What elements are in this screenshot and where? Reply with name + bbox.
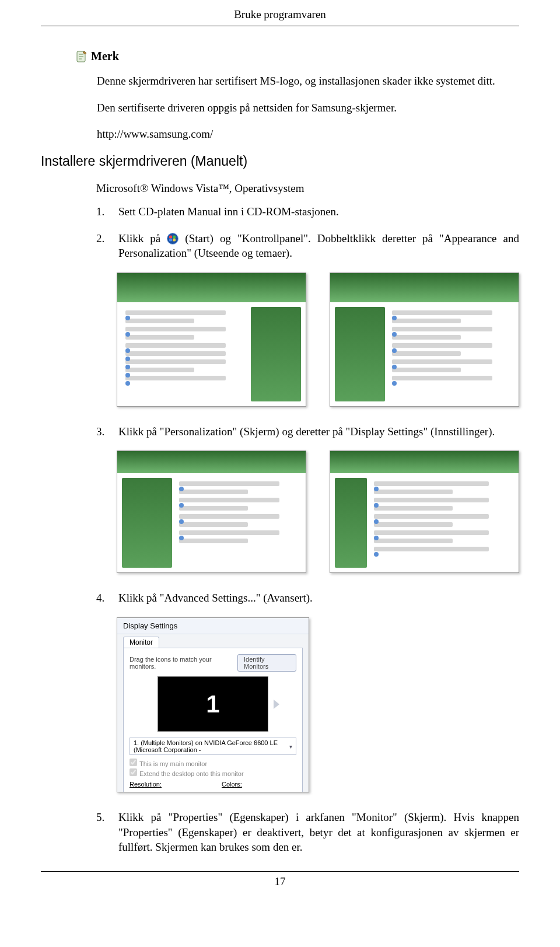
screenshot-appearance-personalization [117, 450, 306, 573]
screenshot-row-2 [117, 450, 519, 573]
note-p1: Denne skjermdriveren har sertifisert MS-… [97, 74, 519, 89]
resolution-label: Resolution: [130, 781, 162, 788]
monitor-device-text: 1. (Multiple Monitors) on NVIDIA GeForce… [134, 739, 289, 753]
windows-start-icon [167, 233, 178, 244]
checkbox-main-monitor[interactable]: This is my main monitor [130, 759, 296, 767]
dialog-hint: Drag the icons to match your monitors. [130, 656, 237, 670]
screenshot-row-3: Display Settings Monitor Drag the icons … [117, 617, 519, 792]
step-5: 5. Klikk på "Properties" (Egenskaper) i … [96, 810, 519, 855]
step-5-num: 5. [96, 810, 108, 855]
step-3: 3. Klikk på "Personalization" (Skjerm) o… [96, 424, 519, 439]
step-3-num: 3. [96, 424, 108, 439]
step-2-num: 2. [96, 231, 108, 261]
step-1-text: Sett CD-platen Manual inn i CD-ROM-stasj… [118, 204, 519, 219]
chevron-down-icon: ▾ [289, 743, 292, 750]
os-subhead: Microsoft® Windows Vista™, Operativsyste… [96, 182, 519, 195]
tab-monitor[interactable]: Monitor [123, 637, 159, 648]
colors-label: Colors: [222, 781, 242, 788]
step-1-num: 1. [96, 204, 108, 219]
step-1: 1. Sett CD-platen Manual inn i CD-ROM-st… [96, 204, 519, 219]
step-5-text: Klikk på "Properties" (Egenskaper) i ark… [118, 810, 519, 855]
header-rule [41, 26, 519, 26]
page-number: 17 [41, 875, 519, 900]
section-title: Installere skjermdriveren (Manuelt) [41, 153, 519, 169]
step-3-text: Klikk på "Personalization" (Skjerm) og d… [118, 424, 519, 439]
screenshot-personalization [330, 450, 519, 573]
note-url: http://www.samsung.com/ [97, 127, 519, 142]
note-p2: Den sertifiserte driveren oppgis på nett… [97, 100, 519, 116]
dialog-title: Display Settings [117, 618, 309, 634]
note-title: Merk [91, 50, 119, 63]
screenshot-start-menu [117, 272, 306, 407]
monitor-preview[interactable]: 1 [158, 676, 268, 732]
footer-rule [41, 871, 519, 872]
step-4: 4. Klikk på "Advanced Settings..." (Avan… [96, 590, 519, 606]
page-header: Bruke programvaren [41, 0, 519, 26]
screenshot-display-settings-dialog: Display Settings Monitor Drag the icons … [117, 617, 309, 792]
checkbox-extend-desktop[interactable]: Extend the desktop onto this monitor [130, 768, 296, 777]
identify-monitors-button[interactable]: Identify Monitors [237, 654, 296, 672]
screenshot-control-panel [330, 272, 519, 407]
screenshot-row-1 [117, 272, 519, 407]
note-icon [76, 50, 88, 63]
step-4-text: Klikk på "Advanced Settings..." (Avanser… [118, 590, 519, 606]
note-block: Merk Denne skjermdriveren har sertifiser… [76, 50, 519, 142]
monitor-device-combo[interactable]: 1. (Multiple Monitors) on NVIDIA GeForce… [130, 738, 296, 755]
step-4-num: 4. [96, 590, 108, 606]
step-2-text: Klikk på (Start) og "Kontrollpanel". Dob… [118, 231, 519, 261]
step-2: 2. Klikk på (Start) og "Kontrollpanel". … [96, 231, 519, 261]
